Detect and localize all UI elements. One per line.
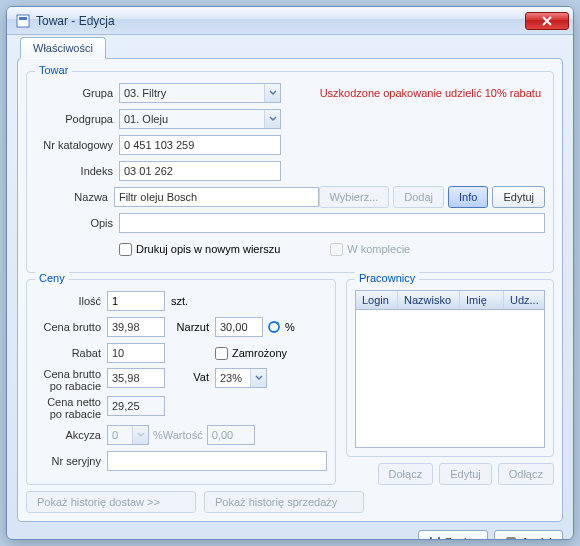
checkbox-zamrozony-box[interactable] xyxy=(215,347,228,360)
label-grupa: Grupa xyxy=(35,87,119,99)
label-nazwa: Nazwa xyxy=(35,191,114,203)
label-akcyza: Akcyza xyxy=(35,429,107,441)
label-rabat: Rabat xyxy=(35,347,107,359)
grid-body[interactable] xyxy=(356,310,544,447)
svg-rect-0 xyxy=(17,15,29,27)
col-login[interactable]: Login xyxy=(356,291,398,309)
combo-podgrupa[interactable] xyxy=(119,109,281,129)
cancel-icon xyxy=(505,536,517,540)
anuluj-button[interactable]: Anuluj xyxy=(494,530,563,540)
input-cena-brutto[interactable] xyxy=(107,317,165,337)
tab-properties[interactable]: Właściwości xyxy=(20,37,106,59)
label-pct2: % xyxy=(153,429,163,441)
titlebar[interactable]: Towar - Edycja xyxy=(7,7,573,35)
checkbox-drukuj[interactable]: Drukuj opis w nowym wierszu xyxy=(119,243,280,256)
info-button[interactable]: Info xyxy=(448,186,488,208)
checkbox-drukuj-box[interactable] xyxy=(119,243,132,256)
combo-akcyza-btn[interactable] xyxy=(132,426,148,444)
checkbox-zamrozony-label: Zamrożony xyxy=(232,347,287,359)
checkbox-wkomplecie-box xyxy=(330,243,343,256)
combo-vat-btn[interactable] xyxy=(250,369,266,387)
input-rabat[interactable] xyxy=(107,343,165,363)
dolacz-button[interactable]: Dołącz xyxy=(378,463,434,485)
input-grupa[interactable] xyxy=(119,83,281,103)
label-pct1: % xyxy=(285,321,295,333)
window-frame: Towar - Edycja Właściwości Towar Grupa U… xyxy=(6,6,574,540)
group-towar: Towar Grupa Uszkodzone opakowanie udziel… xyxy=(26,71,554,273)
group-ceny-title: Ceny xyxy=(35,272,69,284)
zapisz-label: Zapisz xyxy=(445,536,477,540)
label-cena-brutto: Cena brutto xyxy=(35,321,107,333)
svg-rect-4 xyxy=(432,537,438,540)
label-nrkat: Nr katalogowy xyxy=(35,139,119,151)
save-icon xyxy=(429,536,441,540)
col-imie[interactable]: Imię xyxy=(460,291,504,309)
group-ceny: Ceny Ilość szt. Cena brutto Narzut xyxy=(26,279,336,485)
input-ilosc[interactable] xyxy=(107,291,165,311)
emp-edytuj-button[interactable]: Edytuj xyxy=(439,463,492,485)
label-nr-seryjny: Nr seryjny xyxy=(35,455,107,467)
historia-dostaw-button[interactable]: Pokaż historię dostaw >> xyxy=(26,491,196,513)
group-pracownicy-title: Pracownicy xyxy=(355,272,419,284)
checkbox-wkomplecie-label: W komplecie xyxy=(347,243,410,255)
damage-note: Uszkodzone opakowanie udzielić 10% rabat… xyxy=(281,87,545,99)
refresh-icon[interactable] xyxy=(267,320,281,334)
label-szt: szt. xyxy=(171,295,188,307)
label-cena-brutto-po: Cena brutto po rabacie xyxy=(35,368,107,392)
label-narzut: Narzut xyxy=(165,321,215,333)
window-title: Towar - Edycja xyxy=(36,14,525,28)
dodaj-button[interactable]: Dodaj xyxy=(393,186,444,208)
input-podgrupa[interactable] xyxy=(119,109,281,129)
combo-grupa[interactable] xyxy=(119,83,281,103)
combo-grupa-btn[interactable] xyxy=(264,84,280,102)
label-cena-netto-po: Cena netto po rabacie xyxy=(35,396,107,420)
group-pracownicy: Pracownicy Login Nazwisko Imię Udz... xyxy=(346,279,554,457)
checkbox-wkomplecie[interactable]: W komplecie xyxy=(330,243,410,256)
chevron-down-icon xyxy=(255,375,263,381)
col-nazwisko[interactable]: Nazwisko xyxy=(398,291,460,309)
anuluj-label: Anuluj xyxy=(521,536,552,540)
odlacz-button[interactable]: Odłącz xyxy=(498,463,554,485)
svg-rect-6 xyxy=(506,537,516,540)
combo-podgrupa-btn[interactable] xyxy=(264,110,280,128)
historia-sprzedazy-button[interactable]: Pokaż historię sprzedaży xyxy=(204,491,364,513)
close-button[interactable] xyxy=(525,12,569,30)
input-indeks[interactable] xyxy=(119,161,281,181)
label-opis: Opis xyxy=(35,217,119,229)
input-nazwa[interactable] xyxy=(114,187,319,207)
svg-rect-1 xyxy=(19,17,27,20)
chevron-down-icon xyxy=(269,90,277,96)
footer: Zapisz Anuluj xyxy=(17,522,563,540)
employees-grid[interactable]: Login Nazwisko Imię Udz... xyxy=(355,290,545,448)
checkbox-zamrozony[interactable]: Zamrożony xyxy=(215,347,287,360)
label-wartosc: Wartość xyxy=(163,429,207,441)
label-ilosc: Ilość xyxy=(35,295,107,307)
zapisz-button[interactable]: Zapisz xyxy=(418,530,488,540)
wybierz-button[interactable]: Wybierz... xyxy=(319,186,390,208)
client-area: Właściwości Towar Grupa Uszkodzone opako… xyxy=(7,35,573,539)
combo-vat[interactable] xyxy=(215,368,267,388)
label-vat: Vat xyxy=(165,368,215,383)
close-icon xyxy=(542,16,552,26)
input-opis[interactable] xyxy=(119,213,545,233)
col-udz[interactable]: Udz... xyxy=(504,291,544,309)
input-cena-netto-po[interactable] xyxy=(107,396,165,416)
input-nr-seryjny[interactable] xyxy=(107,451,327,471)
checkbox-drukuj-label: Drukuj opis w nowym wierszu xyxy=(136,243,280,255)
label-podgrupa: Podgrupa xyxy=(35,113,119,125)
label-indeks: Indeks xyxy=(35,165,119,177)
grid-header: Login Nazwisko Imię Udz... xyxy=(356,291,544,310)
edytuj-button[interactable]: Edytuj xyxy=(492,186,545,208)
chevron-down-icon xyxy=(137,432,145,438)
chevron-down-icon xyxy=(269,116,277,122)
combo-akcyza[interactable] xyxy=(107,425,149,445)
input-cena-brutto-po[interactable] xyxy=(107,368,165,388)
app-icon xyxy=(15,13,31,29)
tab-strip: Właściwości xyxy=(20,37,563,59)
tab-panel: Towar Grupa Uszkodzone opakowanie udziel… xyxy=(17,58,563,522)
input-wartosc[interactable] xyxy=(207,425,255,445)
input-narzut[interactable] xyxy=(215,317,263,337)
group-towar-title: Towar xyxy=(35,64,72,76)
input-nrkat[interactable] xyxy=(119,135,281,155)
